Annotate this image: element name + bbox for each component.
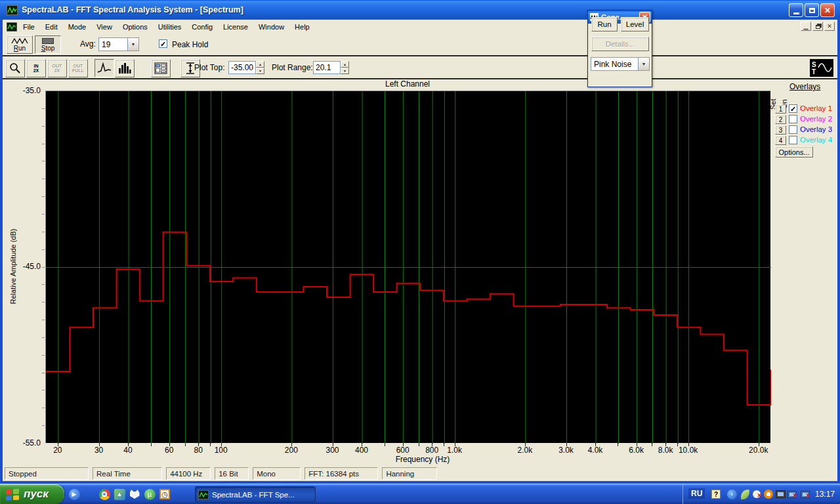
start-label: пуск: [24, 488, 49, 501]
signal-type-dropdown[interactable]: Pink Noise ▼: [591, 57, 650, 71]
spin-up-icon[interactable]: ▲: [256, 61, 264, 68]
menu-help[interactable]: Help: [290, 22, 314, 32]
leaf-icon[interactable]: [740, 489, 750, 499]
media-player-icon[interactable]: ▶: [68, 488, 81, 501]
menu-license[interactable]: License: [219, 22, 253, 32]
menu-window[interactable]: Window: [254, 22, 289, 32]
display-options-button[interactable]: [151, 59, 171, 77]
menu-options[interactable]: Options: [118, 22, 152, 32]
status-channels: Mono: [253, 467, 301, 480]
title-bar[interactable]: SpectraLAB - FFT Spectral Analysis Syste…: [0, 0, 840, 20]
display-settings-icon[interactable]: [775, 489, 786, 499]
overlays-options-button[interactable]: Options...: [775, 146, 813, 158]
scheduler-icon[interactable]: ◷: [158, 488, 171, 501]
language-indicator[interactable]: RU: [688, 488, 705, 499]
plot-range-spinner[interactable]: ▲▼: [341, 61, 349, 74]
plot-top-spinner[interactable]: ▲▼: [256, 61, 264, 74]
overlay-3-checkbox[interactable]: [789, 125, 797, 134]
bar-plot-button[interactable]: [115, 59, 135, 77]
avg-label: Avg:: [80, 39, 96, 49]
zoom-in-2x-button[interactable]: IN 2X: [26, 59, 46, 77]
x-tick-label: 80: [194, 446, 203, 455]
overlay-3-label: Overlay 3: [800, 125, 832, 133]
spin-down-icon[interactable]: ▼: [341, 68, 349, 74]
x-tick-label: 20: [53, 446, 62, 455]
status-bar: Stopped Real Time 44100 Hz 16 Bit Mono F…: [3, 466, 837, 481]
x-tick-label: 300: [326, 446, 339, 455]
run-label: Run: [14, 45, 26, 52]
spin-up-icon[interactable]: ▲: [341, 61, 349, 68]
y-axis-minor-tick: [42, 178, 45, 179]
hide-icons-chevron-icon[interactable]: ‹: [726, 489, 737, 499]
x-tick-label: 400: [355, 446, 368, 455]
overlay-1-checkbox[interactable]: ✓: [789, 104, 797, 113]
y-axis-minor-tick: [42, 355, 45, 356]
utorrent-icon[interactable]: µ: [143, 488, 156, 501]
y-axis-minor-tick: [42, 320, 45, 320]
ball-muted-icon[interactable]: ✕: [751, 489, 762, 499]
chevron-down-icon[interactable]: ▼: [127, 38, 138, 51]
overlay-2-set-button[interactable]: 2: [775, 115, 786, 124]
stop-button[interactable]: Stop: [35, 35, 61, 54]
taskbar-task-spectralab[interactable]: SpectraLAB - FFT Spe...: [195, 486, 316, 503]
y-axis-minor-tick: [42, 232, 45, 232]
x-axis-tick: [151, 443, 152, 446]
x-tick-label: 60: [165, 446, 173, 455]
chevron-down-icon[interactable]: ▼: [638, 58, 649, 70]
plot-range-label: Plot Range:: [272, 63, 313, 72]
chrome-icon[interactable]: [98, 488, 111, 501]
overlay-2-checkbox[interactable]: [789, 115, 797, 123]
mail-icon[interactable]: ✉: [83, 488, 96, 501]
spin-down-icon[interactable]: ▼: [256, 68, 264, 74]
menu-view[interactable]: View: [92, 22, 117, 32]
zoom-out-full-label-1: OUT: [74, 64, 83, 68]
mdi-minimize-button[interactable]: ▁: [801, 22, 811, 31]
download-ring-icon[interactable]: [763, 489, 774, 499]
fox-icon[interactable]: [128, 488, 141, 501]
taskbar-clock: 13:17: [815, 490, 835, 499]
minimize-button[interactable]: [789, 3, 803, 17]
x-tick-label: 20.0k: [749, 446, 768, 455]
start-button[interactable]: пуск: [0, 484, 64, 504]
overlay-3-set-button[interactable]: 3: [775, 125, 786, 135]
generator-details-button: Details...: [591, 37, 649, 51]
peak-hold-checkbox[interactable]: ✓: [159, 39, 167, 48]
generator-level-button[interactable]: Level: [621, 17, 649, 32]
menu-edit[interactable]: Edit: [41, 22, 62, 32]
network-offline-icon[interactable]: ✕: [787, 489, 797, 499]
document-icon[interactable]: [7, 22, 17, 32]
zoom-cursor-button[interactable]: [5, 59, 25, 77]
menu-utilities[interactable]: Utilities: [154, 22, 186, 32]
menu-config[interactable]: Config: [187, 22, 217, 32]
close-button[interactable]: ✕: [820, 3, 835, 17]
status-fft-size: FFT: 16384 pts: [304, 467, 378, 480]
peak-curve-icon: [97, 62, 112, 74]
spectrum-plot[interactable]: [45, 91, 770, 443]
mdi-restore-button[interactable]: [812, 22, 823, 31]
y-axis-minor-tick: [42, 161, 45, 161]
svg-text:S: S: [812, 61, 816, 68]
photo-viewer-icon[interactable]: ▲: [113, 488, 126, 501]
network-offline2-icon[interactable]: ✕: [800, 489, 810, 499]
minimize-icon: [793, 12, 799, 14]
avg-dropdown[interactable]: 19 ▼: [98, 37, 139, 51]
overlay-4-set-button[interactable]: 4: [775, 136, 786, 145]
mdi-close-button[interactable]: ✕: [824, 22, 835, 31]
line-plot-button[interactable]: [94, 59, 114, 77]
plot-range-field[interactable]: 20.1: [313, 61, 341, 74]
overlay-1-label: Overlay 1: [800, 104, 832, 112]
run-button[interactable]: Run: [7, 35, 33, 54]
maximize-button[interactable]: [805, 3, 819, 17]
keyboard-help-icon[interactable]: ?: [711, 489, 721, 499]
spectrum-time-toggle[interactable]: ST: [810, 59, 833, 77]
y-axis-minor-tick: [42, 267, 45, 268]
overlay-1-set-button[interactable]: 1: [775, 104, 786, 114]
generator-run-button[interactable]: Run: [591, 17, 618, 32]
x-tick-label: 8.0k: [658, 446, 673, 455]
menu-mode[interactable]: Mode: [64, 22, 91, 32]
menu-file[interactable]: File: [18, 22, 39, 32]
plot-top-field[interactable]: -35.00: [228, 61, 256, 74]
status-run-state: Stopped: [5, 467, 89, 480]
overlay-4-checkbox[interactable]: [789, 136, 797, 144]
magnifier-icon: [9, 62, 21, 74]
